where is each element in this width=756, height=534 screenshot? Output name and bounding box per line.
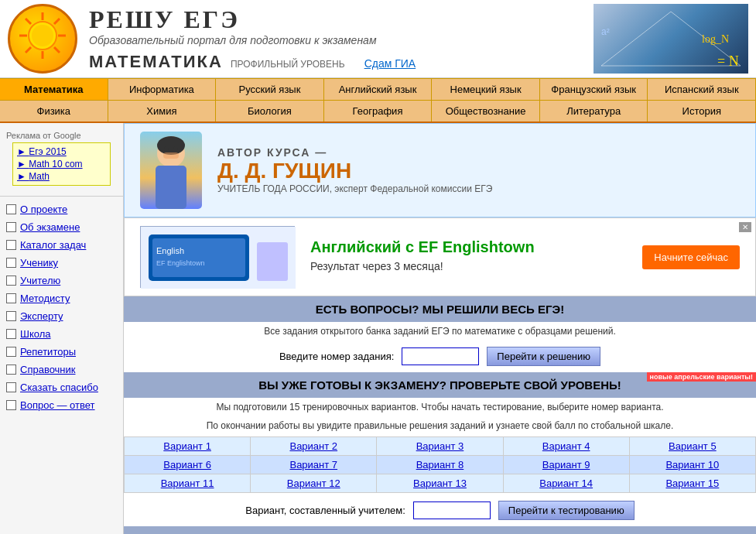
task-input-row: Введите номер задания: Перейти к решению [124,341,756,372]
variant-9[interactable]: Вариант 9 [542,459,590,471]
sidebar-item-thanks[interactable]: Сказать спасибо [0,378,123,396]
variant-11[interactable]: Вариант 11 [161,478,214,489]
sidebar-item-school[interactable]: Школа [0,325,123,343]
checkbox-exam[interactable] [6,222,16,232]
author-title: УЧИТЕЛЬ ГОДА РОССИИ, эксперт Федеральной… [217,183,740,194]
sidebar-item-tutors[interactable]: Репетиторы [0,343,123,361]
link-catalog[interactable]: Каталог задач [20,239,86,251]
sidebar-item-expert[interactable]: Эксперту [0,307,123,325]
sidebar-item-methodist[interactable]: Методисту [0,289,123,307]
link-methodist[interactable]: Методисту [20,293,70,304]
logo [8,4,77,74]
svg-line-10 [601,12,671,66]
checkbox-thanks[interactable] [6,382,16,392]
link-expert[interactable]: Эксперту [20,310,63,322]
link-about[interactable]: О проекте [20,204,67,215]
link-thanks[interactable]: Сказать спасибо [20,382,98,393]
nav-physics[interactable]: Физика [0,101,108,122]
checkbox-school[interactable] [6,329,16,339]
nav-chemistry[interactable]: Химия [108,101,217,122]
checkbox-expert[interactable] [6,311,16,321]
variant-2[interactable]: Вариант 2 [289,440,337,452]
test-subtext-1: Мы подготовили 15 тренировочных варианто… [124,398,756,416]
variant-14[interactable]: Вариант 14 [539,478,593,489]
nav-french[interactable]: Французский язык [540,79,648,100]
svg-rect-28 [257,242,288,281]
variant-15[interactable]: Вариант 15 [665,478,719,489]
nav-spanish[interactable]: Испанский язык [648,79,756,100]
teacher-variant-row: Вариант, составленный учителем: Перейти … [124,495,756,526]
checkbox-about[interactable] [6,204,16,214]
nav-german[interactable]: Немецкий язык [432,79,540,100]
nav-russian[interactable]: Русский язык [216,79,324,100]
svg-line-6 [54,47,60,53]
link-exam[interactable]: Об экзамене [20,221,80,233]
nav-informatics[interactable]: Информатика [108,79,217,100]
svg-point-19 [157,136,185,155]
svg-rect-17 [156,166,186,209]
goa-link[interactable]: Сдам ГИА [364,57,416,70]
nav-english[interactable]: Английский язык [324,79,433,100]
link-school[interactable]: Школа [20,328,51,340]
author-image [140,132,202,209]
ad-highlight: Егэ 2015 Math 10 com Math [12,142,111,186]
variant-6[interactable]: Вариант 6 [163,459,211,471]
checkbox-methodist[interactable] [6,293,16,303]
sidebar-item-catalog[interactable]: Каталог задач [0,236,123,254]
variant-4[interactable]: Вариант 4 [542,440,590,452]
variant-10[interactable]: Вариант 10 [665,459,719,471]
link-question[interactable]: Вопрос — ответ [20,399,95,411]
go-to-solution-button[interactable]: Перейти к решению [487,347,600,366]
checkbox-tutors[interactable] [6,347,16,357]
author-banner: АВТОР КУРСА — Д. Д. ГУЩИН УЧИТЕЛЬ ГОДА Р… [124,123,756,217]
author-label: АВТОР КУРСА — [217,146,740,159]
link-tutors[interactable]: Репетиторы [20,346,76,358]
checkbox-teacher[interactable] [6,276,16,286]
ad-link-math10[interactable]: Math 10 com [17,158,106,170]
sidebar-item-reference[interactable]: Справочник [0,361,123,378]
nav-bar-1: Математика Информатика Русский язык Англ… [0,78,756,101]
variant-5[interactable]: Вариант 5 [669,440,717,452]
variant-3[interactable]: Вариант 3 [416,440,464,452]
checkbox-reference[interactable] [6,365,16,375]
ad-link-ege[interactable]: Егэ 2015 [17,145,106,158]
teacher-variant-input[interactable] [413,501,491,519]
task-number-input[interactable] [402,347,479,365]
questions-subtext: Все задания открытого банка заданий ЕГЭ … [124,322,756,341]
nav-history[interactable]: История [648,101,756,122]
svg-text:English: English [156,246,184,255]
test-header-text: ВЫ УЖЕ ГОТОВЫ К ЭКЗАМЕНУ? ПРОВЕРЬТЕ СВОЙ… [258,378,621,392]
variant-13[interactable]: Вариант 13 [413,478,467,489]
ad-image: English EF Englishtown [140,226,295,288]
level-label: ПРОФИЛЬНЫЙ УРОВЕНЬ [231,59,345,70]
questions-header: ЕСТЬ ВОПРОСЫ? МЫ РЕШИЛИ ВЕСЬ ЕГЭ! [124,296,756,322]
checkbox-catalog[interactable] [6,240,16,250]
checkbox-student[interactable] [6,258,16,268]
variant-8[interactable]: Вариант 8 [416,459,464,471]
checkbox-question[interactable] [6,400,16,410]
nav-math[interactable]: Математика [0,79,108,100]
sidebar-item-student[interactable]: Ученику [0,254,123,272]
nav-biology[interactable]: Биология [216,101,324,122]
nav-social[interactable]: Обществознание [432,101,540,122]
link-reference[interactable]: Справочник [20,364,76,375]
ad-close-button[interactable]: ✕ [739,222,751,232]
ad-link-math[interactable]: Math [17,170,106,183]
link-student[interactable]: Ученику [20,257,58,269]
variant-12[interactable]: Вариант 12 [287,478,340,489]
svg-line-8 [26,47,31,53]
sidebar-item-teacher[interactable]: Учителю [0,272,123,289]
nav-geography[interactable]: География [324,101,433,122]
sidebar-item-question[interactable]: Вопрос — ответ [0,396,123,414]
go-to-test-button[interactable]: Перейти к тестированию [498,501,635,520]
variants-row-3: Вариант 11 Вариант 12 Вариант 13 Вариант… [125,474,756,493]
sidebar-item-about[interactable]: О проекте [0,200,123,218]
problem-header: НАШЛИ ПРОБЛЕМУ? БУДЕМ ТРЕНИРОВАТЬСЯ! [124,526,756,534]
ad-text: Английский с EF Englishtown Результат че… [310,238,642,276]
nav-literature[interactable]: Литература [540,101,648,122]
variant-1[interactable]: Вариант 1 [163,440,211,452]
link-teacher[interactable]: Учителю [20,275,60,286]
ad-cta-button[interactable]: Начните сейчас [642,245,740,269]
variant-7[interactable]: Вариант 7 [289,459,337,471]
sidebar-item-exam[interactable]: Об экзамене [0,218,123,236]
